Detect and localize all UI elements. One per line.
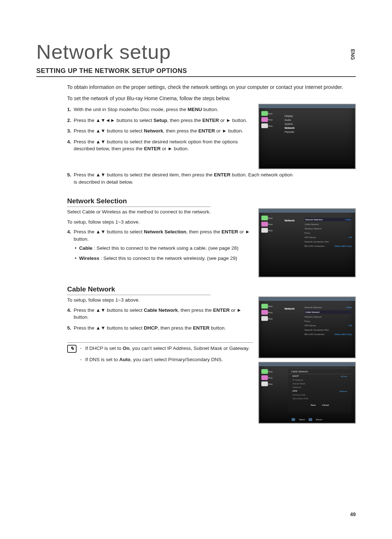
step-3: 3.Press the ▲▼ buttons to select Network… bbox=[67, 127, 253, 135]
step-1: 1.With the unit in Stop mode/No Disc mod… bbox=[67, 106, 253, 113]
screenshot-cable-network-list: MusicPhotoSetup Network Network Selectio… bbox=[258, 297, 356, 358]
ns-option-wireless: Wireless : Select this to connect to the… bbox=[74, 255, 253, 262]
ns-intro-2: To setup, follow steps 1~3 above. bbox=[67, 219, 253, 226]
step-4: 4.Press the ▲▼ buttons to select the des… bbox=[67, 138, 253, 152]
cn-step-5: 5.Press the ▲▼ buttons to select DHCP, t… bbox=[67, 324, 253, 332]
note-icon: ✎ bbox=[67, 345, 77, 353]
step-5: 5.Press the ▲▼ buttons to select the des… bbox=[67, 171, 296, 185]
screenshot-network-selection: MusicPhotoSetup Network Network Selectio… bbox=[258, 208, 356, 277]
ns-step-4: 4.Press the ▲▼ buttons to select Network… bbox=[67, 228, 253, 262]
language-tab: ENG bbox=[350, 49, 356, 60]
page-number: 49 bbox=[350, 511, 356, 517]
cn-intro: To setup, follow steps 1~3 above. bbox=[67, 297, 253, 304]
setup-steps: 1.With the unit in Stop mode/No Disc mod… bbox=[67, 106, 253, 152]
page-title: Network setup bbox=[36, 40, 356, 64]
cable-network-heading: Cable Network bbox=[67, 285, 211, 295]
intro-paragraph-1: To obtain information on the proper sett… bbox=[67, 83, 356, 91]
note-dhcp: If DHCP is set to On, you can't select I… bbox=[80, 345, 252, 352]
note-dns: If DNS is set to Auto, you can't select … bbox=[80, 356, 252, 363]
screenshot-setup-menu: MusicPhotoSetup DisplayAudioSystemNetwor… bbox=[258, 104, 356, 169]
cn-step-4: 4.Press the ▲▼ buttons to select Cable N… bbox=[67, 307, 253, 321]
step-2: 2.Press the ▲▼◄► buttons to select Setup… bbox=[67, 117, 253, 124]
setup-steps-continued: 5.Press the ▲▼ buttons to select the des… bbox=[67, 171, 356, 185]
intro-paragraph-2: To set the network of your Blu-ray Home … bbox=[67, 95, 356, 102]
network-selection-heading: Network Selection bbox=[67, 197, 211, 207]
ns-option-cable: Cable : Select this to connect to the ne… bbox=[74, 245, 253, 252]
screenshot-cable-network-detail: MusicPhotoSetup Cable Network DHCP◂ On ▸… bbox=[258, 362, 356, 424]
ns-intro-1: Select Cable or Wireless as the method t… bbox=[67, 208, 253, 216]
section-header: SETTING UP THE NETWORK SETUP OPTIONS bbox=[36, 67, 356, 77]
